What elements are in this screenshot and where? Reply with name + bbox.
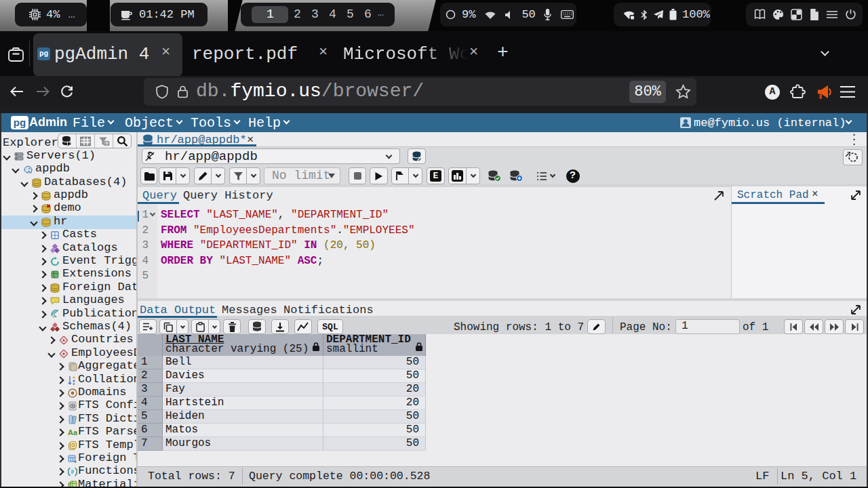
svg-text:Aa: Aa (68, 428, 77, 436)
